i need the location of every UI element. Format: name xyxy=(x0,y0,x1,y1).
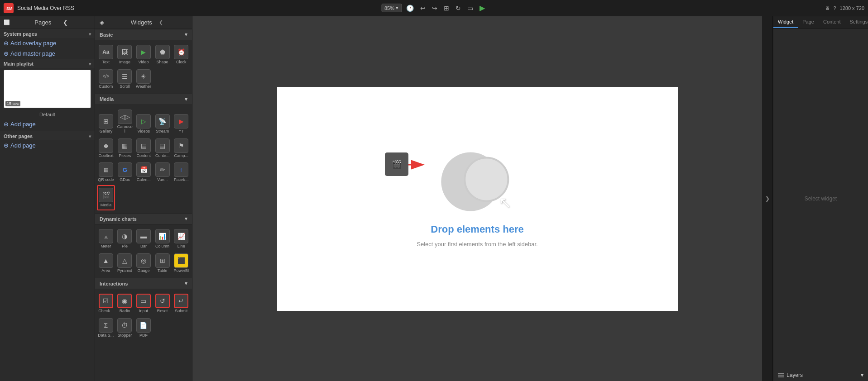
widget-yt[interactable]: ▶YT xyxy=(173,108,191,136)
widget-pieces[interactable]: ▦Pieces xyxy=(116,137,134,160)
play-icon[interactable]: ▶ xyxy=(478,3,487,13)
basic-section-chevron[interactable]: ▾ xyxy=(185,32,187,38)
widget-pyramid[interactable]: △Pyramid xyxy=(116,252,134,275)
widget-submit[interactable]: ↵Submit xyxy=(172,292,190,315)
layers-header: Layers ▾ xyxy=(773,369,868,381)
undo-icon[interactable]: ↩ xyxy=(418,4,427,13)
interactions-chevron[interactable]: ▾ xyxy=(185,281,187,286)
add-overlay-btn[interactable]: ⊕ Add overlay page xyxy=(0,38,95,48)
widgets-collapse-icon[interactable]: ❮ xyxy=(159,19,187,25)
tab-settings[interactable]: Settings xyxy=(845,16,868,28)
layers-chevron[interactable]: ▾ xyxy=(861,372,863,378)
widget-media[interactable]: 🎬Media xyxy=(97,185,115,210)
widget-stopper[interactable]: ⏱Stopper xyxy=(116,316,134,340)
pages-header: ⬜ Pages ❮ xyxy=(0,16,95,29)
widget-facebook[interactable]: fFaceb... xyxy=(173,161,191,184)
widget-datasum[interactable]: ΣData S... xyxy=(97,316,115,340)
gallery-icon: ⊞ xyxy=(99,114,113,129)
media-widget-grid: ⊞Gallery ◁▷Carousel ▷Videos 📡Stream ▶YT … xyxy=(95,105,192,213)
media-widget-icon: 🎬 xyxy=(99,188,113,202)
display-icon[interactable]: ▭ xyxy=(465,4,475,13)
svg-rect-5 xyxy=(778,375,784,376)
widget-conte[interactable]: ▤Conte... xyxy=(153,137,172,160)
widget-gdoc[interactable]: GGDoc xyxy=(116,161,134,184)
dynamic-charts-chevron[interactable]: ▾ xyxy=(185,216,187,222)
drop-icon: ↖ xyxy=(439,150,516,214)
pages-title: Pages xyxy=(34,19,62,26)
widget-custom[interactable]: </>Custom xyxy=(97,67,115,91)
widget-videos[interactable]: ▷Videos xyxy=(135,108,153,136)
basic-section: Basic ▾ AaText 🖼Image ▶Video ⬟Shape ⏰Clo… xyxy=(95,29,192,94)
tab-widget[interactable]: Widget xyxy=(773,16,798,28)
other-add-page-label: Add page xyxy=(10,142,36,149)
input-icon: ▭ xyxy=(136,294,151,308)
widget-meter[interactable]: ⟁Meter xyxy=(97,227,115,251)
widget-input[interactable]: ▭Input xyxy=(134,292,153,315)
vue-label: Vue... xyxy=(157,178,168,182)
clock-label: Clock xyxy=(176,60,187,65)
system-pages-chevron[interactable]: ▾ xyxy=(89,32,91,37)
main-layout: ⬜ Pages ❮ System pages ▾ ⊕ Add overlay p… xyxy=(0,16,868,381)
widget-pie[interactable]: ◑Pie xyxy=(116,227,134,251)
grid-icon[interactable]: ⊞ xyxy=(442,4,451,13)
qrcode-label: QR code xyxy=(98,178,114,182)
interactions-label: Interactions xyxy=(100,281,128,286)
widget-qrcode[interactable]: ▦QR code xyxy=(97,161,115,184)
widget-carousel[interactable]: ◁▷Carousel xyxy=(116,108,134,136)
refresh-icon[interactable]: ↻ xyxy=(454,4,463,13)
help-icon[interactable]: ? xyxy=(833,5,836,11)
videos-label: Videos xyxy=(138,129,150,134)
widget-line[interactable]: 📈Line xyxy=(172,227,190,251)
duration-badge: 15 sec xyxy=(5,101,20,106)
layers-section: Layers ▾ xyxy=(773,369,868,381)
line-icon: 📈 xyxy=(174,229,188,243)
widget-shape[interactable]: ⬟Shape xyxy=(153,43,172,67)
widget-column[interactable]: 📊Column xyxy=(153,227,172,251)
right-panel-wrapper: ❯ Widget Page Content Settings Select wi… xyxy=(762,16,868,381)
widget-image[interactable]: 🖼Image xyxy=(116,43,134,67)
tab-page[interactable]: Page xyxy=(798,16,819,28)
svg-rect-4 xyxy=(778,373,784,374)
widget-reset[interactable]: ↺Reset xyxy=(153,292,172,315)
widget-area[interactable]: ▲Area xyxy=(97,252,115,275)
pieces-label: Pieces xyxy=(119,154,131,158)
other-pages-chevron[interactable]: ▾ xyxy=(89,134,91,139)
widget-table[interactable]: ⊞Table xyxy=(153,252,172,275)
videos-icon: ▷ xyxy=(136,114,151,129)
widget-bar[interactable]: ▬Bar xyxy=(134,227,153,251)
widget-gauge[interactable]: ◎Gauge xyxy=(134,252,153,275)
canvas[interactable]: ↖ Drop elements here Select your first e… xyxy=(277,87,678,311)
widget-content[interactable]: ▤Content xyxy=(135,137,153,160)
add-page-btn[interactable]: ⊕ Add page xyxy=(4,119,91,129)
media-section-chevron[interactable]: ▾ xyxy=(185,96,187,102)
right-panel-arrow[interactable]: ❯ xyxy=(762,16,773,381)
widget-calendar[interactable]: 📅Calen... xyxy=(135,161,153,184)
widget-powerbi[interactable]: ⬛PowerBl xyxy=(172,252,190,275)
widget-radio[interactable]: ◉Radio xyxy=(116,292,134,315)
playlist-thumbnail[interactable]: 15 sec xyxy=(4,70,91,108)
widget-camp[interactable]: ⚑Camp... xyxy=(173,137,191,160)
widget-vue[interactable]: ✏Vue... xyxy=(153,161,172,184)
widget-pdf[interactable]: 📄PDF xyxy=(134,316,153,340)
pages-collapse-icon[interactable]: ❮ xyxy=(63,19,91,26)
widget-cooltext[interactable]: ☻Cooltext xyxy=(97,137,115,160)
widget-scroll[interactable]: ☰Scroll xyxy=(116,67,134,91)
widget-gallery[interactable]: ⊞Gallery xyxy=(97,108,115,136)
table-label: Table xyxy=(158,269,168,273)
widget-clock[interactable]: ⏰Clock xyxy=(172,43,190,67)
right-panel-body: Select widget xyxy=(773,29,868,369)
main-playlist-chevron[interactable]: ▾ xyxy=(89,62,91,67)
submit-icon: ↵ xyxy=(174,294,188,308)
widget-checkbox[interactable]: ☑Check... xyxy=(97,292,115,315)
other-add-page-btn[interactable]: ⊕ Add page xyxy=(0,140,95,151)
widget-weather[interactable]: ☀Weather xyxy=(134,67,153,91)
widget-stream[interactable]: 📡Stream xyxy=(153,108,172,136)
redo-icon[interactable]: ↪ xyxy=(430,4,439,13)
widget-video[interactable]: ▶Video xyxy=(134,43,153,67)
system-pages-section: System pages ▾ xyxy=(0,29,95,38)
widget-text[interactable]: AaText xyxy=(97,43,115,67)
tab-content[interactable]: Content xyxy=(819,16,845,28)
zoom-control[interactable]: 85% ▾ xyxy=(381,4,402,12)
add-master-btn[interactable]: ⊕ Add master page xyxy=(0,48,95,59)
history-icon[interactable]: 🕐 xyxy=(404,4,416,13)
